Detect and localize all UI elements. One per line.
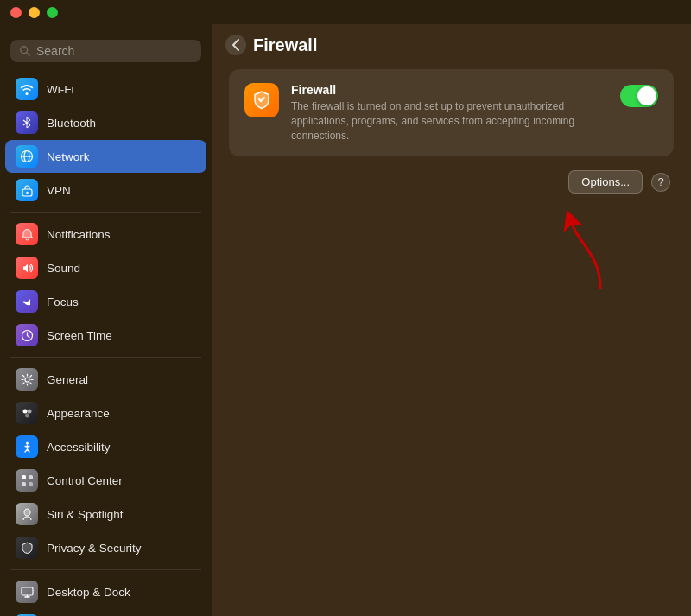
siri-icon <box>16 503 38 525</box>
svg-point-13 <box>27 409 31 413</box>
sidebar-section-connectivity: Wi-Fi Bluetooth Network <box>0 73 212 206</box>
sidebar-item-vpn[interactable]: VPN <box>5 174 206 206</box>
svg-point-9 <box>22 301 25 303</box>
svg-point-8 <box>26 191 28 193</box>
bluetooth-icon <box>16 111 38 134</box>
screentime-label: Screen Time <box>47 329 112 342</box>
svg-rect-16 <box>22 475 26 479</box>
notifications-icon <box>16 223 38 245</box>
network-icon <box>16 145 38 168</box>
firewall-card-title: Firewall <box>291 83 608 97</box>
sidebar-section-system: Notifications Sound Focus <box>0 218 212 352</box>
help-button[interactable]: ? <box>651 173 670 192</box>
options-button[interactable]: Options... <box>568 170 643 194</box>
privacy-label: Privacy & Security <box>47 542 142 555</box>
back-button[interactable] <box>225 35 246 55</box>
minimize-button[interactable] <box>29 7 40 18</box>
network-label: Network <box>47 150 90 163</box>
bluetooth-label: Bluetooth <box>47 117 96 130</box>
sidebar-item-focus[interactable]: Focus <box>5 285 206 318</box>
sidebar-item-bluetooth[interactable]: Bluetooth <box>5 106 206 139</box>
sidebar-item-accessibility[interactable]: Accessibility <box>5 430 206 463</box>
svg-line-2 <box>23 123 27 125</box>
sidebar-item-displays[interactable]: Displays <box>5 609 206 616</box>
sidebar-item-siri[interactable]: Siri & Spotlight <box>5 498 206 530</box>
firewall-card-icon <box>244 83 279 117</box>
notifications-label: Notifications <box>47 228 111 241</box>
svg-line-1 <box>27 53 29 55</box>
firewall-toggle[interactable] <box>620 85 658 107</box>
sidebar: Search Wi-Fi Bluetooth <box>0 0 212 616</box>
privacy-icon <box>16 537 38 559</box>
focus-icon <box>16 290 38 313</box>
svg-line-3 <box>23 120 27 123</box>
wifi-icon <box>16 78 38 100</box>
accessibility-label: Accessibility <box>47 441 111 454</box>
firewall-card-description: The firewall is turned on and set up to … <box>291 99 608 143</box>
svg-point-11 <box>25 378 29 382</box>
search-box[interactable]: Search <box>10 40 201 62</box>
vpn-icon <box>16 179 38 201</box>
sidebar-item-sound[interactable]: Sound <box>5 251 206 284</box>
divider-1 <box>10 212 201 213</box>
desktop-icon <box>16 581 38 603</box>
arrow-annotation <box>229 202 674 306</box>
sidebar-item-notifications[interactable]: Notifications <box>5 218 206 251</box>
toggle-knob <box>637 86 656 105</box>
arrow-svg <box>553 202 622 297</box>
sidebar-item-screentime[interactable]: Screen Time <box>5 319 206 352</box>
svg-rect-18 <box>22 482 26 486</box>
sidebar-item-general[interactable]: General <box>5 363 206 396</box>
main-panel: Firewall Firewall The firewall is turned… <box>212 0 691 616</box>
page-title: Firewall <box>253 35 317 55</box>
siri-label: Siri & Spotlight <box>47 508 124 521</box>
screentime-icon <box>16 324 38 346</box>
sidebar-section-display: Desktop & Dock Displays Wallpaper <box>0 575 212 616</box>
sidebar-item-privacy[interactable]: Privacy & Security <box>5 531 206 564</box>
firewall-info: Firewall The firewall is turned on and s… <box>291 83 608 143</box>
divider-2 <box>10 357 201 358</box>
svg-point-15 <box>26 441 29 444</box>
sidebar-item-desktop[interactable]: Desktop & Dock <box>5 575 206 608</box>
desktop-label: Desktop & Dock <box>47 586 130 599</box>
svg-point-12 <box>22 409 27 413</box>
svg-rect-19 <box>29 482 33 486</box>
svg-point-0 <box>21 47 28 54</box>
sidebar-item-network[interactable]: Network <box>5 140 206 173</box>
svg-rect-20 <box>22 587 33 595</box>
search-placeholder: Search <box>36 44 74 58</box>
search-icon <box>19 45 31 57</box>
sidebar-item-controlcenter[interactable]: Control Center <box>5 464 206 497</box>
titlebar <box>0 0 691 24</box>
sidebar-item-wifi[interactable]: Wi-Fi <box>5 73 206 105</box>
wifi-label: Wi-Fi <box>47 83 73 96</box>
sound-label: Sound <box>47 262 80 275</box>
vpn-label: VPN <box>47 184 71 197</box>
close-button[interactable] <box>10 7 22 18</box>
sidebar-item-appearance[interactable]: Appearance <box>5 397 206 429</box>
svg-rect-17 <box>29 475 33 479</box>
main-content: Firewall The firewall is turned on and s… <box>212 62 691 616</box>
appearance-label: Appearance <box>47 407 110 420</box>
sidebar-section-personalization: General Appearance Accessibility <box>0 363 212 564</box>
accessibility-icon <box>16 435 38 458</box>
svg-point-14 <box>25 413 29 417</box>
focus-label: Focus <box>47 295 79 308</box>
general-icon <box>16 368 38 391</box>
sound-icon <box>16 257 38 279</box>
options-row: Options... ? <box>229 170 674 194</box>
general-label: General <box>47 373 88 386</box>
divider-3 <box>10 569 201 570</box>
controlcenter-label: Control Center <box>47 474 123 487</box>
main-header: Firewall <box>212 24 691 62</box>
appearance-icon <box>16 402 38 424</box>
firewall-card: Firewall The firewall is turned on and s… <box>229 69 674 156</box>
controlcenter-icon <box>16 469 38 492</box>
maximize-button[interactable] <box>47 7 58 18</box>
